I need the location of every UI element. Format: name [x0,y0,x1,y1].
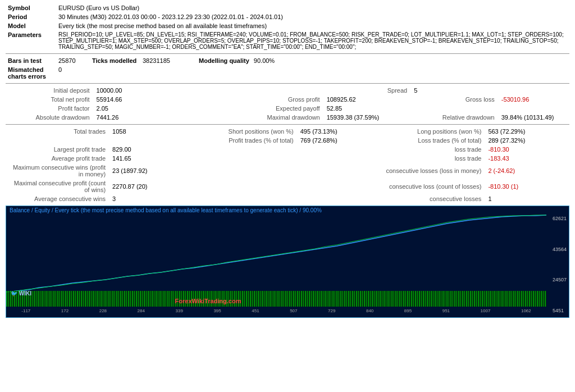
deposit-spread-row: Initial deposit 10000.00 Spread 5 [6,86,569,95]
trades-table: Total trades 1058 Short positions (won %… [6,127,569,203]
gross-loss-label: Gross loss [410,95,498,104]
y-label-4: 5451 [553,308,567,313]
avg-consec-wins-value: 3 [109,194,194,203]
profit-trades-value: 769 (72.68%) [297,136,382,145]
y-labels: 62621 43564 24507 5451 [553,215,567,314]
expected-payoff-label: Expected payoff [165,104,323,113]
wiki-watermark: 🐦 WIKI [11,290,31,297]
largest-profit-label: Largest profit trade [6,145,109,154]
spread-label: Spread [323,86,411,95]
max-drawdown-label: Maximal drawdown [165,113,323,122]
avg-loss-label: loss trade [381,154,485,163]
max-consec-wins-label: Maximum consecutive wins (profit in mone… [6,163,109,179]
abs-drawdown-label: Absolute drawdown [6,113,93,122]
ticks-label: Ticks modelled [90,56,140,65]
largest-trades-row: Largest profit trade 829.00 loss trade -… [6,145,569,154]
largest-loss-value: -810.30 [485,145,569,154]
header-table: Symbol EURUSD (Euro vs US Dollar) Period… [6,3,569,51]
spread-value: 5 [410,86,498,95]
avg-consec-row: Average consecutive wins 3 consecutive l… [6,194,569,203]
expected-payoff-value: 52.85 [323,104,411,113]
quality-label: Modelling quality [197,56,252,65]
y-label-1: 62621 [553,216,567,221]
short-label: Short positions (won %) [194,127,297,136]
params-row: Parameters RSI_PERIOD=10; UP_LEVEL=85; D… [6,30,569,51]
params-label: Parameters [6,30,56,51]
drawdown-row: Absolute drawdown 7441.26 Maximal drawdo… [6,113,569,122]
bars-row: Bars in test 25870 Ticks modelled 382311… [6,56,569,65]
mismatch-label: Mismatchedcharts errors [6,65,56,81]
profit-row: Total net profit 55914.66 Gross profit 1… [6,95,569,104]
symbol-value: EURUSD (Euro vs US Dollar) [56,3,569,12]
net-profit-value: 55914.66 [93,95,165,104]
report-container: Symbol EURUSD (Euro vs US Dollar) Period… [0,0,575,321]
long-label: Long positions (won %) [381,127,485,136]
ticks-value: 38231185 [140,56,197,65]
y-label-3: 24507 [553,277,567,282]
consec-profit-row: Maximal consecutive profit (count of win… [6,179,569,194]
max-drawdown-value: 15939.38 (37.59%) [323,113,411,122]
chart-title: Balance / Equity / Every tick (the most … [6,206,569,215]
avg-consec-losses-value: 1 [485,194,569,203]
short-value: 495 (73.13%) [297,127,382,136]
profit-factor-label: Profit factor [6,104,93,113]
gross-loss-value: -53010.96 [498,95,569,104]
profit-trades-label: Profit trades (% of total) [194,136,297,145]
mismatch-value: 0 [56,65,90,81]
abs-drawdown-value: 7441.26 [93,113,165,122]
consec-wins-row: Maximum consecutive wins (profit in mone… [6,163,569,179]
period-row: Period 30 Minutes (M30) 2022.01.03 00:00… [6,12,569,21]
bars-label: Bars in test [6,56,56,65]
avg-loss-value: -183.43 [485,154,569,163]
gross-profit-value: 108925.62 [323,95,411,104]
deposit-label: Initial deposit [6,86,93,95]
deposit-value: 10000.00 [93,86,165,95]
profit-loss-trades-row: Profit trades (% of total) 769 (72.68%) … [6,136,569,145]
bars-value: 25870 [56,56,90,65]
largest-loss-label: loss trade [381,145,485,154]
avg-profit-label: Average profit trade [6,154,109,163]
net-profit-label: Total net profit [6,95,93,104]
consec-losses-label: consecutive losses (loss in money) [381,163,485,179]
avg-profit-value: 141.65 [109,154,194,163]
total-trades-row: Total trades 1058 Short positions (won %… [6,127,569,136]
y-label-2: 43564 [553,247,567,252]
symbol-row: Symbol EURUSD (Euro vs US Dollar) [6,3,569,12]
largest-profit-value: 829.00 [109,145,194,154]
model-value: Every tick (the most precise method base… [56,21,569,30]
chart-svg [6,215,546,298]
loss-trades-value: 289 (27.32%) [485,136,569,145]
avg-consec-wins-label: Average consecutive wins [6,194,109,203]
model-row: Model Every tick (the most precise metho… [6,21,569,30]
period-label: Period [6,12,56,21]
period-value: 30 Minutes (M30) 2022.01.03 00:00 - 2023… [56,12,569,21]
quality-value: 90.00% [252,56,569,65]
model-label: Model [6,21,56,30]
params-value: RSI_PERIOD=10; UP_LEVEL=85; DN_LEVEL=15;… [56,30,569,51]
forex-label: ForexWikiTrading.com [175,298,241,304]
green-bar-area [6,291,546,307]
max-consec-wins-value: 23 (1897.92) [109,163,194,179]
symbol-label: Symbol [6,3,56,12]
mismatch-row: Mismatchedcharts errors 0 [6,65,569,81]
long-value: 563 (72.29%) [485,127,569,136]
loss-trades-label: Loss trades (% of total) [381,136,485,145]
gross-profit-label: Gross profit [165,95,323,104]
chart-area: Balance / Equity / Every tick (the most … [6,206,569,318]
rel-drawdown-label: Relative drawdown [410,113,498,122]
chart-canvas: 62621 43564 24507 5451 [6,215,569,314]
consec-losses-value: 2 (-24.62) [485,163,569,179]
avg-trades-row: Average profit trade 141.65 loss trade -… [6,154,569,163]
factor-row: Profit factor 2.05 Expected payoff 52.85 [6,104,569,113]
rel-drawdown-value: 39.84% (10131.49) [498,113,569,122]
total-trades-value: 1058 [109,127,194,136]
consec-loss-count-label: consecutive loss (count of losses) [381,179,485,194]
consec-loss-count-value: -810.30 (1) [485,179,569,194]
bars-table: Bars in test 25870 Ticks modelled 382311… [6,56,569,81]
avg-consec-losses-label: consecutive losses [381,194,485,203]
total-trades-label: Total trades [6,127,109,136]
x-labels: -117 172 228 284 339 395 451 507 729 840… [6,308,546,313]
max-consec-profit-label: Maximal consecutive profit (count of win… [6,179,109,194]
max-consec-profit-value: 2270.87 (20) [109,179,194,194]
profit-factor-value: 2.05 [93,104,165,113]
